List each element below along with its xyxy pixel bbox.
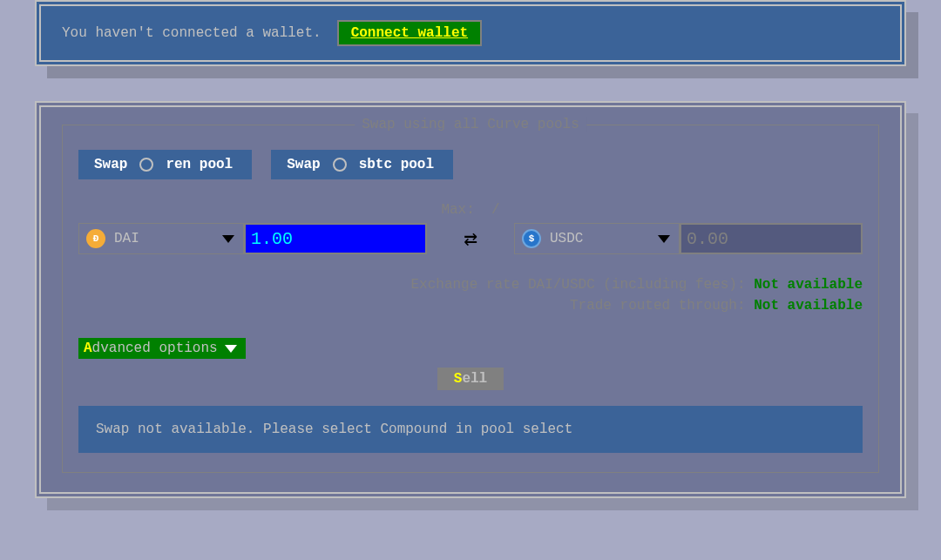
pool-button-ren[interactable]: Swap ren pool xyxy=(78,150,252,179)
from-amount-input[interactable] xyxy=(244,223,427,254)
pool-label: sbtc pool xyxy=(359,157,434,172)
pool-buttons-row: Swap ren pool Swap sbtc pool xyxy=(78,150,863,179)
route-value: Not available xyxy=(754,298,863,314)
exchange-rate-line: Exchange rate DAI/USDC (including fees):… xyxy=(78,277,863,293)
chevron-down-icon xyxy=(658,235,670,243)
pool-label: ren pool xyxy=(166,157,233,172)
advanced-hotkey: A xyxy=(84,341,92,356)
sell-button[interactable]: Sell xyxy=(437,368,504,390)
dai-icon: Ð xyxy=(86,229,105,248)
from-token-name: DAI xyxy=(114,231,213,246)
sell-label-rest: ell xyxy=(462,371,487,387)
route-label: Trade routed through: xyxy=(570,298,746,314)
max-label: Max: / xyxy=(78,202,863,218)
advanced-options-button[interactable]: Advanced options xyxy=(78,338,246,359)
swap-direction-icon[interactable]: ⇄ xyxy=(460,225,481,253)
route-line: Trade routed through: Not available xyxy=(78,298,863,314)
wallet-status-text: You haven't connected a wallet. xyxy=(62,25,322,41)
swap-panel: Swap using all Curve pools Swap ren pool… xyxy=(35,101,906,498)
chevron-down-icon xyxy=(222,235,234,243)
radio-icon xyxy=(333,158,347,172)
swap-fieldset: Swap using all Curve pools Swap ren pool… xyxy=(62,125,879,473)
to-group: $ USDC xyxy=(514,223,863,254)
wallet-banner: You haven't connected a wallet. Connect … xyxy=(35,0,906,66)
from-group: Ð DAI xyxy=(78,223,427,254)
fieldset-legend: Swap using all Curve pools xyxy=(355,117,586,132)
swap-unavailable-notice: Swap not available. Please select Compou… xyxy=(78,406,863,453)
to-token-name: USDC xyxy=(550,231,649,246)
chevron-down-icon xyxy=(225,345,237,353)
to-token-select[interactable]: $ USDC xyxy=(514,223,680,254)
usdc-icon: $ xyxy=(522,229,541,248)
swap-label: Swap xyxy=(287,157,320,172)
radio-icon xyxy=(139,158,153,172)
exchange-rate-label: Exchange rate DAI/USDC (including fees): xyxy=(411,277,746,293)
swap-row: Ð DAI ⇄ $ USDC xyxy=(78,223,863,254)
connect-wallet-button[interactable]: Connect wallet xyxy=(337,20,482,46)
exchange-rate-value: Not available xyxy=(754,277,863,293)
pool-button-sbtc[interactable]: Swap sbtc pool xyxy=(271,150,453,179)
sell-hotkey: S xyxy=(454,371,463,387)
from-token-select[interactable]: Ð DAI xyxy=(78,223,244,254)
advanced-label-rest: dvanced options xyxy=(92,341,218,356)
swap-label: Swap xyxy=(94,157,127,172)
to-amount-input[interactable] xyxy=(680,223,863,254)
